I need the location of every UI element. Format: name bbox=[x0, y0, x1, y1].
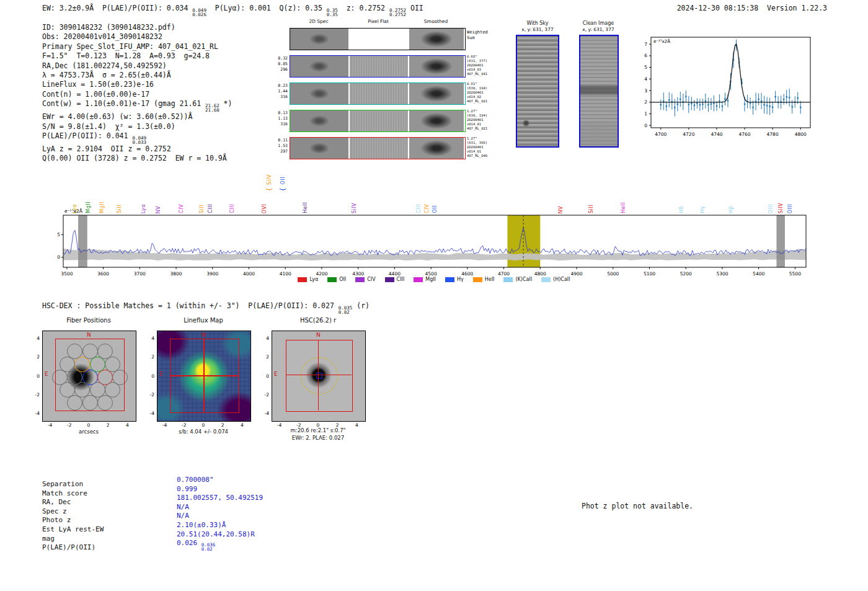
east-label: E bbox=[45, 371, 48, 377]
noise-texture bbox=[290, 29, 348, 50]
withsky-coords: x, y: 631, 377 bbox=[510, 27, 565, 32]
legend-item-CIII: CIII bbox=[385, 277, 405, 282]
spec2d-cell-pixelflat bbox=[350, 138, 408, 159]
noise-texture bbox=[409, 56, 464, 77]
summary-line-5: RA,Dec (181.002274,50.492592) bbox=[42, 61, 232, 71]
spec2d-row-weights-4: 0.131.13316 bbox=[270, 110, 288, 127]
match-label-5: Photo z bbox=[42, 516, 104, 525]
svg-text:0: 0 bbox=[57, 254, 60, 260]
cleanimage-title: Clean Image bbox=[570, 20, 626, 26]
spec2d-row-annotation-4: 1.27"(630, 194)20200401v014_01407_RL_021 bbox=[467, 109, 499, 131]
line-label-brace: } bbox=[279, 187, 286, 191]
svg-text:3700: 3700 bbox=[134, 271, 146, 277]
withsky-image bbox=[516, 35, 559, 148]
north-label: N bbox=[87, 332, 91, 338]
line-label-OII-4094: OII bbox=[280, 177, 286, 185]
match-value-text: 181.002557, 50.492519 bbox=[177, 494, 263, 502]
masked-band-2 bbox=[776, 215, 785, 267]
noise-texture bbox=[517, 36, 558, 146]
spec2d-col-header-3: Smoothed bbox=[409, 19, 463, 24]
x-tick--4: -4 bbox=[160, 422, 170, 428]
summary-text: LineFlux = 1.50(±0.23)e-16 bbox=[42, 80, 154, 89]
legend-swatch bbox=[445, 277, 454, 282]
match-value-text: 0.999 bbox=[177, 485, 197, 493]
summary-text: Primary Spec_Slot_IFU_AMP: 407_041_021_R… bbox=[42, 42, 218, 51]
summary-line-4: F=1.5" T=0.123 N=1.28 A=0.93 g=24.8 bbox=[42, 51, 232, 61]
match-value-1: 0.700008" bbox=[177, 476, 263, 485]
legend-item-HeII: HeII bbox=[473, 277, 495, 282]
spec2d-row-1 bbox=[290, 28, 466, 50]
report-meta: 2024-12-30 08:15:38 Version 1.22.3 bbox=[677, 4, 827, 13]
spec2d-col-header-2: Pixel Flat bbox=[349, 19, 407, 24]
noise-texture bbox=[580, 36, 618, 146]
hsc-match-stacked-uncertainty: 0.0350.02 bbox=[339, 306, 353, 314]
summary-stacked-uncertainty: 21.6221.60 bbox=[205, 104, 219, 112]
svg-text:5400: 5400 bbox=[753, 271, 764, 277]
spec2d-row-weights-3: 0.231.44316 bbox=[270, 83, 288, 100]
summary-text: ID: 3090148232 (3090148232.pdf) bbox=[42, 23, 175, 32]
report-timestamp: 2024-12-30 08:15:38 bbox=[677, 4, 759, 12]
noise-texture bbox=[290, 138, 348, 159]
spec2d-cell-smoothed bbox=[409, 83, 464, 104]
x-tick-2: 2 bbox=[332, 422, 342, 428]
summary-text: RA,Dec (181.002274,50.492592) bbox=[42, 61, 167, 70]
summary-stacked-uncertainty: 0.0490.033 bbox=[132, 136, 146, 144]
cleanimage-image bbox=[579, 35, 619, 148]
svg-text:4200: 4200 bbox=[316, 271, 327, 277]
hsc-cutout-title: HSC(26.2) r bbox=[272, 317, 365, 324]
spec2d-row-weights-2: 0.320.85296 bbox=[270, 56, 288, 73]
summary-line-3: Primary Spec_Slot_IFU_AMP: 407_041_021_R… bbox=[42, 42, 232, 51]
match-label-8: P(LAE)/P(OII) bbox=[42, 543, 104, 553]
spec2d-col-header-1: 2D Spec bbox=[290, 19, 348, 24]
svg-text:5500: 5500 bbox=[789, 271, 801, 277]
y-tick--2: -2 bbox=[258, 392, 269, 398]
y-tick--4: -4 bbox=[143, 411, 154, 416]
match-value-text: 20.51(20.44,20.58)R bbox=[177, 530, 255, 538]
svg-text:1: 1 bbox=[644, 111, 647, 117]
summary-line-8: Cont(n) = 1.00(±0.00)e-17 bbox=[42, 90, 232, 99]
masked-band-1 bbox=[78, 215, 87, 267]
spectrum-trace bbox=[63, 228, 806, 256]
noise-texture bbox=[409, 110, 464, 131]
svg-text:4600: 4600 bbox=[461, 271, 473, 277]
x-tick-0: 0 bbox=[313, 422, 323, 428]
east-label: E bbox=[159, 371, 163, 377]
crosshair-vertical bbox=[203, 339, 205, 412]
spec2d-cell-2dspec bbox=[290, 29, 348, 50]
svg-text:4300: 4300 bbox=[352, 271, 364, 277]
spectrum-axes: 0535003600370038003900400041004200430044… bbox=[57, 208, 806, 277]
svg-text:4900: 4900 bbox=[570, 271, 582, 277]
lineflux-map-image: NE bbox=[157, 331, 251, 422]
spec2d-cutout-grid: 2D SpecPixel FlatSmoothedWeightedSum0.32… bbox=[270, 17, 499, 163]
svg-text:5: 5 bbox=[57, 232, 60, 238]
match-value-2: 0.999 bbox=[177, 485, 263, 494]
svg-text:3800: 3800 bbox=[170, 271, 182, 277]
legend-item-MgII: MgII bbox=[414, 277, 436, 282]
y-tick-4: 4 bbox=[258, 335, 269, 341]
x-tick-2: 2 bbox=[103, 422, 113, 428]
svg-text:0: 0 bbox=[644, 123, 647, 128]
noise-texture bbox=[350, 138, 408, 159]
summary-text: Obs: 20200401v014_3090148232 bbox=[42, 32, 162, 41]
match-table-values: 0.700008"0.999181.002557, 50.492519N/AN/… bbox=[177, 476, 263, 551]
match-value-7: 20.51(20.44,20.58)R bbox=[177, 530, 263, 540]
spec2d-cell-pixelflat bbox=[350, 110, 408, 131]
legend-item-OII: OII bbox=[327, 277, 346, 282]
hsc-caption-2: EWr: 2. PLAE: 0.027 bbox=[272, 435, 365, 441]
match-label-7: mag bbox=[42, 535, 104, 544]
cleanimage-coords: x, y: 631, 377 bbox=[570, 27, 626, 32]
header-text: OII bbox=[406, 4, 423, 12]
legend-swatch bbox=[298, 277, 307, 282]
legend-swatch bbox=[327, 277, 337, 282]
y-tick-4: 4 bbox=[143, 335, 154, 341]
svg-text:5200: 5200 bbox=[680, 271, 692, 277]
match-value-4: N/A bbox=[177, 503, 263, 512]
y-tick--2: -2 bbox=[143, 392, 154, 398]
x-tick--4: -4 bbox=[45, 422, 55, 428]
spec2d-cell-2dspec bbox=[290, 138, 348, 159]
full-spectrum-plot: 0535003600370038003900400041004200430044… bbox=[55, 207, 813, 285]
header-stacked-uncertainty: 0.0490.026 bbox=[192, 8, 206, 17]
spec2d-cell-pixelflat bbox=[350, 29, 408, 50]
match-label-6: Est LyA rest-EW bbox=[42, 525, 104, 535]
summary-text: Cont(n) = 1.00(±0.00)e-17 bbox=[42, 90, 149, 99]
